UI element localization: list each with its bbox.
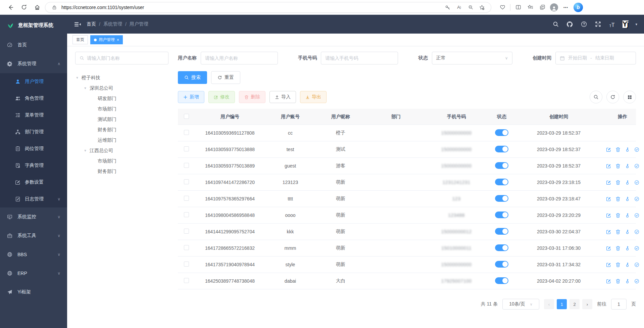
browser-address-bar[interactable]: https://ccnetcore.com:1101/system/user A… [45,2,491,13]
row-edit-icon[interactable] [606,213,611,218]
tab-close-icon[interactable]: × [117,38,119,42]
browser-back-button[interactable] [5,2,16,13]
row-delete-icon[interactable] [615,229,621,234]
row-delete-icon[interactable] [615,163,621,169]
next-page-button[interactable]: › [582,299,592,309]
url-text[interactable]: https://ccnetcore.com:1101/system/user [61,5,441,10]
row-edit-icon[interactable] [606,246,611,251]
status-toggle[interactable] [495,179,508,185]
status-toggle[interactable] [495,244,508,251]
read-aloud-icon[interactable]: A) [455,3,463,12]
row-reset-password-icon[interactable] [625,147,630,152]
status-toggle[interactable] [495,195,508,202]
row-assign-role-icon[interactable] [634,180,639,185]
delete-button[interactable]: 删除 [239,91,265,103]
row-edit-icon[interactable] [606,262,611,267]
status-toggle[interactable] [495,261,508,268]
zoom-out-icon[interactable] [466,3,475,12]
row-edit-icon[interactable] [606,279,611,284]
sidebar-item-log[interactable]: 日志管理∨ [0,191,67,207]
table-search-toggle-icon[interactable] [590,91,602,103]
row-reset-password-icon[interactable] [625,213,630,218]
row-assign-role-icon[interactable] [634,196,639,201]
sidebar-item-post[interactable]: 岗位管理 [0,140,67,157]
sidebar-item-monitor[interactable]: 系统监控∨ [0,207,67,226]
add-favorite-star-icon[interactable] [478,3,486,12]
row-reset-password-icon[interactable] [625,246,630,251]
browser-refresh-button[interactable] [18,2,30,13]
row-checkbox[interactable] [184,245,189,250]
status-select[interactable]: 正常 ∨ [432,52,512,64]
tree-node[interactable]: 测试部门 [75,114,168,125]
department-search-box[interactable] [75,52,168,64]
tree-node[interactable]: ▾江西总公司 [75,145,168,156]
row-checkbox[interactable] [184,212,189,217]
fullscreen-icon[interactable] [594,20,602,28]
import-button[interactable]: 导入 [269,91,296,103]
table-refresh-icon[interactable] [606,91,619,103]
tab-home[interactable]: 首页 [72,35,88,44]
row-assign-role-icon[interactable] [634,147,639,152]
prev-page-button[interactable]: ‹ [544,299,554,309]
row-delete-icon[interactable] [615,196,621,201]
row-reset-password-icon[interactable] [625,196,630,201]
password-key-icon[interactable] [443,3,452,12]
sidebar-item-dict[interactable]: 字典管理 [0,157,67,174]
row-delete-icon[interactable] [615,213,621,218]
sidebar-item-user[interactable]: 用户管理 [0,73,67,90]
row-delete-icon[interactable] [615,246,621,251]
app-logo[interactable]: 意框架管理系统 [0,15,67,36]
row-assign-role-icon[interactable] [634,213,639,218]
page-button-1[interactable]: 1 [557,299,567,309]
tree-node[interactable]: 财务部门 [75,166,168,177]
row-checkbox[interactable] [184,130,189,135]
department-search-input[interactable] [87,55,164,61]
row-assign-role-icon[interactable] [634,246,639,251]
row-assign-role-icon[interactable] [634,279,639,284]
split-screen-icon[interactable] [514,3,523,12]
row-delete-icon[interactable] [615,147,621,152]
export-button[interactable]: 导出 [300,91,327,103]
row-edit-icon[interactable] [606,147,611,152]
sidebar-item-system[interactable]: 系统管理∧ [0,54,67,73]
row-checkbox[interactable] [184,146,189,151]
row-checkbox[interactable] [184,229,189,234]
search-button[interactable]: 搜索 [178,71,207,84]
tree-node[interactable]: 运维部门 [75,135,168,145]
tree-node[interactable]: 市场部门 [75,156,168,166]
tree-node[interactable]: ▾深圳总公司 [75,83,168,93]
tree-node[interactable]: 研发部门 [75,93,168,104]
page-size-select[interactable]: 10条/页 ∨ [502,299,539,310]
sidebar-item-yi[interactable]: Yi框架 [0,283,67,301]
row-reset-password-icon[interactable] [625,229,630,234]
row-assign-role-icon[interactable] [634,229,639,234]
copilot-icon[interactable]: b [574,3,583,12]
status-toggle[interactable] [495,146,508,152]
tree-node[interactable]: ▾橙子科技 [75,73,168,83]
edit-button[interactable]: 修改 [208,91,235,103]
row-delete-icon[interactable] [615,279,621,284]
reset-button[interactable]: 重置 [211,71,240,84]
phone-input[interactable] [325,55,394,61]
sidebar-item-home[interactable]: 首页 [0,36,67,54]
row-assign-role-icon[interactable] [634,262,639,267]
row-edit-icon[interactable] [606,229,611,234]
date-range-picker[interactable]: 开始日期 - 结束日期 [555,52,636,64]
help-icon[interactable] [580,20,588,28]
status-toggle[interactable] [495,129,508,136]
row-edit-icon[interactable] [606,180,611,185]
row-checkbox[interactable] [184,196,189,201]
github-icon[interactable] [566,20,574,28]
sidebar-item-tools[interactable]: 系统工具∨ [0,226,67,245]
status-toggle[interactable] [495,162,508,169]
page-button-2[interactable]: 2 [569,299,580,309]
row-delete-icon[interactable] [615,262,621,267]
goto-page-input[interactable] [611,299,627,310]
breadcrumb-home[interactable]: 首页 [87,21,96,27]
favorites-icon[interactable] [526,3,535,12]
row-edit-icon[interactable] [606,196,611,201]
row-checkbox[interactable] [184,179,189,184]
sidebar-item-erp[interactable]: ERP∨ [0,264,67,283]
status-toggle[interactable] [495,277,508,284]
row-delete-icon[interactable] [615,180,621,185]
